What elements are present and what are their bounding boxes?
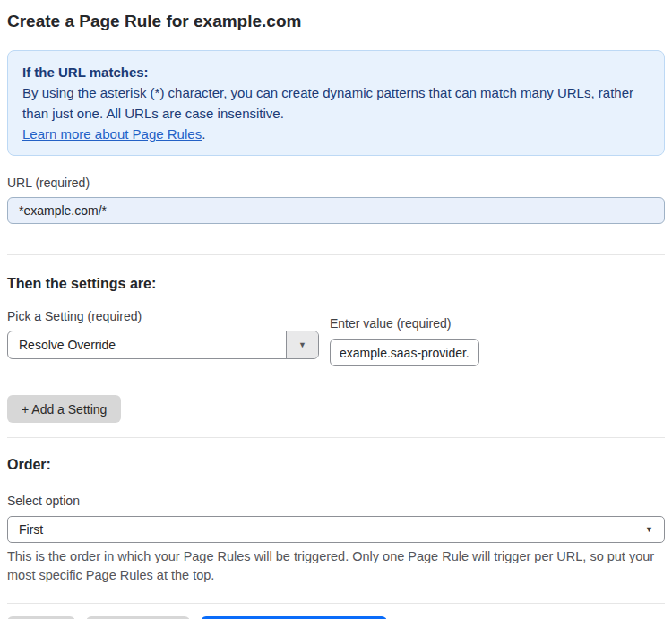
section-divider xyxy=(7,437,665,438)
info-box-heading: If the URL matches: xyxy=(22,62,650,82)
setting-picker-column: Pick a Setting (required) Resolve Overri… xyxy=(7,309,319,359)
order-section-heading: Order: xyxy=(7,456,665,474)
link-suffix: . xyxy=(202,126,205,142)
footer-actions: Cancel Save as Draft Save and Deploy Pag… xyxy=(7,604,665,619)
order-select-value: First xyxy=(19,522,43,537)
setting-picker-label: Pick a Setting (required) xyxy=(7,309,319,324)
settings-section-heading: Then the settings are: xyxy=(7,275,665,293)
add-setting-button[interactable]: + Add a Setting xyxy=(7,395,121,423)
setting-value-label: Enter value (required) xyxy=(330,316,479,331)
page-title: Create a Page Rule for example.com xyxy=(7,11,665,32)
info-box-body: By using the asterisk (*) character, you… xyxy=(22,82,650,124)
setting-value-input[interactable] xyxy=(330,339,479,366)
learn-more-link[interactable]: Learn more about Page Rules xyxy=(22,126,202,142)
url-field-label: URL (required) xyxy=(7,176,665,191)
order-select[interactable]: First ▼ xyxy=(7,516,665,543)
order-help-text: This is the order in which your Page Rul… xyxy=(7,547,665,585)
chevron-down-icon: ▼ xyxy=(298,340,306,349)
setting-select[interactable]: Resolve Override ▼ xyxy=(7,331,319,359)
setting-select-arrow-button[interactable]: ▼ xyxy=(286,331,318,358)
url-input[interactable] xyxy=(7,197,665,224)
url-match-info-box: If the URL matches: By using the asteris… xyxy=(7,50,665,156)
chevron-down-icon: ▼ xyxy=(645,525,653,534)
setting-select-value: Resolve Override xyxy=(8,331,286,358)
setting-value-column: Enter value (required) xyxy=(330,316,479,366)
order-select-label: Select option xyxy=(7,494,665,509)
settings-row: Pick a Setting (required) Resolve Overri… xyxy=(7,309,665,366)
info-box-link-line: Learn more about Page Rules. xyxy=(22,124,650,144)
section-divider xyxy=(7,254,665,255)
